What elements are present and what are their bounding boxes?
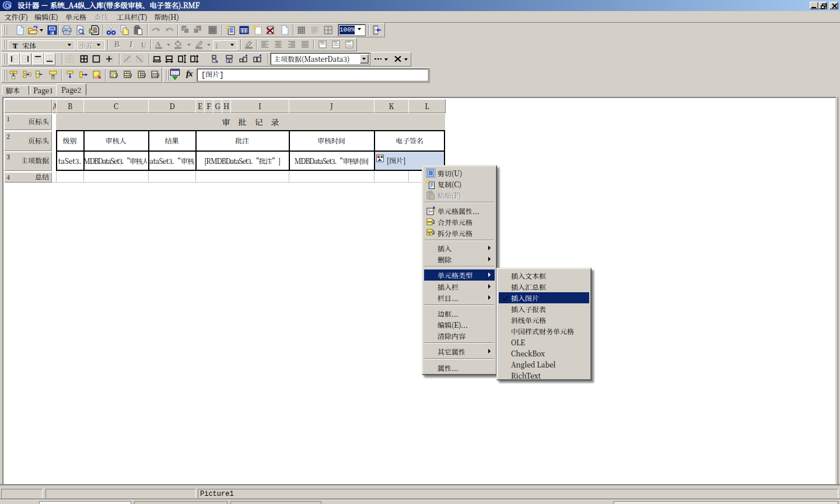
svg-text:A: A [155, 40, 161, 48]
svg-text:T: T [13, 41, 18, 49]
